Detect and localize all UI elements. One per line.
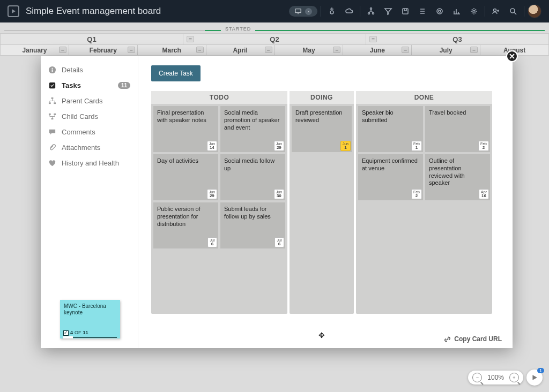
task-card[interactable]: Equipment confirmed at venueFeb2 (358, 154, 423, 200)
sidebar-item-comments[interactable]: Comments (41, 124, 138, 140)
task-card[interactable]: Public version of presentation for distr… (153, 202, 218, 248)
month-cell[interactable]: April– (206, 45, 275, 56)
create-task-button[interactable]: Create Task (151, 65, 201, 81)
sidebar-item-details[interactable]: Details (41, 62, 138, 78)
task-card[interactable]: Social media follow upJun30 (220, 154, 285, 200)
chart-icon[interactable] (449, 4, 464, 19)
month-cell[interactable]: May– (275, 45, 344, 56)
month-cell[interactable]: February– (69, 45, 138, 56)
filter-icon[interactable] (381, 4, 396, 19)
svg-rect-13 (52, 70, 53, 72)
collapse-icon[interactable]: – (333, 47, 340, 53)
presentation-pill[interactable]: · (289, 6, 317, 17)
sidebar-item-attachments[interactable]: Attachments (41, 140, 138, 155)
modal-main: Create Task TODO Final presentation with… (138, 56, 513, 348)
zoom-controls: − 100% + 1 (468, 370, 543, 386)
copy-card-url[interactable]: Copy Card URL (444, 335, 502, 343)
sticky-title: MWC - Barcelona keynote (64, 303, 106, 315)
collapse-icon[interactable]: – (59, 47, 66, 53)
app-logo[interactable] (8, 5, 19, 17)
svg-rect-6 (403, 9, 408, 14)
sidebar-item-tasks[interactable]: Tasks11 (41, 78, 138, 93)
month-row: January– February– March– April– May– Ju… (0, 45, 549, 56)
svg-rect-14 (52, 68, 53, 69)
task-card[interactable]: Day of activitiesJun29 (153, 154, 218, 200)
svg-rect-21 (54, 114, 56, 115)
task-date: Apr16 (479, 189, 489, 199)
collapse-icon[interactable]: – (187, 36, 194, 42)
month-cell[interactable]: July– (412, 45, 480, 56)
month-cell[interactable]: January– (0, 45, 69, 56)
pill-badge: · (305, 8, 312, 15)
task-card[interactable]: Social media promotion of speaker and ev… (220, 106, 285, 152)
collapse-icon[interactable]: – (265, 47, 272, 53)
collapse-icon[interactable]: – (196, 47, 204, 53)
svg-point-10 (494, 9, 496, 12)
sticky-progress: 4 OF 11 (63, 330, 88, 336)
task-card[interactable]: Final presentation with speaker notesJun… (153, 106, 218, 152)
column-todo: TODO Final presentation with speaker not… (151, 91, 287, 314)
task-date: Feb1 (411, 141, 422, 151)
column-header: DOING (290, 91, 354, 104)
quarter-cell[interactable]: –Q3 (366, 33, 549, 45)
card-detail-modal: Details Tasks11 Parent Cards Child Cards… (41, 56, 513, 348)
assistant-button[interactable]: 1 (526, 370, 543, 386)
svg-point-11 (510, 9, 515, 13)
compass-icon[interactable] (324, 4, 339, 19)
quarter-cell[interactable]: –Q2 (183, 33, 366, 45)
sidebar-item-history[interactable]: History and Health (41, 155, 138, 171)
svg-point-8 (439, 10, 441, 12)
column-header: DONE (356, 91, 492, 104)
settings-icon[interactable] (466, 4, 481, 19)
column-done: DONE Speaker bio submittedFeb1Travel boo… (356, 91, 492, 314)
task-date: Jun14 (207, 141, 217, 151)
modal-sidebar: Details Tasks11 Parent Cards Child Cards… (41, 56, 138, 348)
task-card[interactable]: Travel bookedFeb2 (425, 106, 490, 152)
zoom-in-button[interactable]: + (509, 373, 519, 382)
card-sticky[interactable]: MWC - Barcelona keynote 4 OF 11 (60, 300, 120, 338)
task-date: Jul6 (274, 237, 284, 247)
task-card[interactable]: Outline of presentation reviewed with sp… (425, 154, 490, 200)
collapse-icon[interactable]: – (402, 47, 409, 53)
svg-point-7 (437, 9, 442, 14)
svg-point-2 (330, 11, 333, 14)
timeline: STARTED Q1 –Q2 –Q3 January– February– Ma… (0, 22, 549, 56)
svg-rect-16 (51, 97, 54, 99)
month-cell[interactable]: March– (138, 45, 206, 56)
task-date: Jun1 (340, 141, 351, 151)
sidebar-item-child-cards[interactable]: Child Cards (41, 109, 138, 124)
collapse-icon[interactable]: – (470, 47, 478, 53)
svg-point-9 (473, 10, 475, 12)
svg-rect-17 (49, 102, 51, 104)
branch-icon[interactable] (363, 4, 379, 19)
task-date: Feb2 (411, 189, 422, 199)
cloud-icon[interactable] (342, 4, 357, 19)
task-card[interactable]: Speaker bio submittedFeb1 (358, 106, 423, 152)
column-doing: DOING Draft presentation reviewedJun1 (290, 91, 354, 314)
column-header: TODO (151, 91, 287, 104)
user-avatar[interactable] (528, 4, 541, 18)
save-icon[interactable] (398, 4, 413, 19)
task-date: Feb2 (478, 141, 489, 151)
month-cell[interactable]: June– (343, 45, 412, 56)
collapse-icon[interactable]: – (369, 36, 377, 42)
quarter-cell[interactable]: Q1 (0, 33, 183, 45)
sidebar-item-parent-cards[interactable]: Parent Cards (41, 93, 138, 109)
list-icon[interactable] (415, 4, 430, 19)
task-card[interactable]: Submit leads for follow up by salesJul6 (220, 202, 285, 248)
collapse-icon[interactable]: – (128, 47, 135, 53)
search-icon[interactable] (506, 4, 521, 19)
task-date: Jul6 (207, 237, 217, 247)
task-card[interactable]: Draft presentation reviewedJun1 (292, 106, 352, 152)
quarter-row: Q1 –Q2 –Q3 (0, 33, 549, 45)
task-date: Jun29 (207, 189, 217, 199)
started-label: STARTED (221, 26, 255, 32)
notification-badge: 1 (537, 368, 544, 373)
add-user-icon[interactable] (488, 4, 503, 19)
top-bar: Simple Event management board · (0, 0, 549, 22)
svg-rect-18 (54, 102, 56, 104)
target-icon[interactable] (432, 4, 447, 19)
toolbar: · (289, 4, 541, 19)
board-title: Simple Event management board (26, 6, 161, 17)
zoom-out-button[interactable]: − (472, 373, 482, 382)
